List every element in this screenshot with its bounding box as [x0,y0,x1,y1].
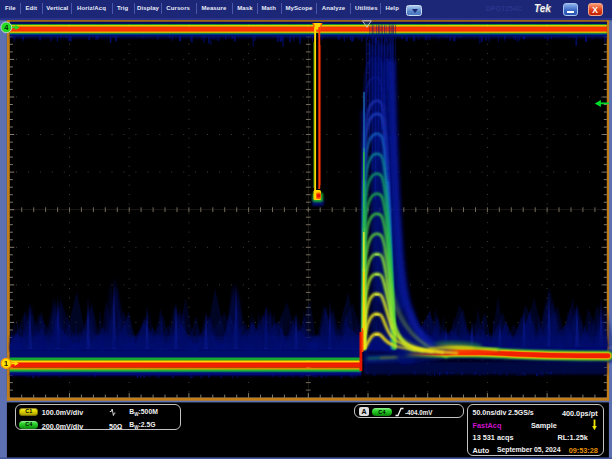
svg-text:1: 1 [4,359,8,368]
